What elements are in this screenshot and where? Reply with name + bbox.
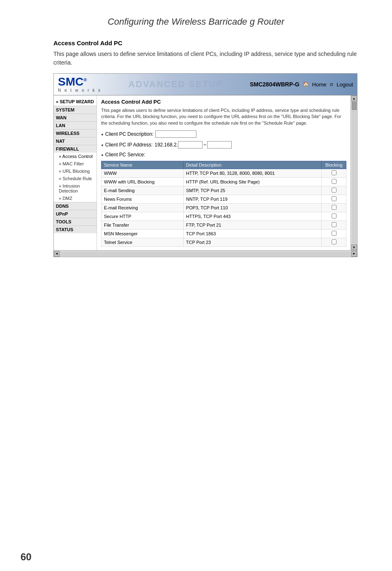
- sidebar-item-wan[interactable]: WAN: [54, 114, 97, 121]
- detail-description-cell: NNTP, TCP Port 119: [183, 195, 321, 204]
- service-name-cell: Secure HTTP: [101, 212, 184, 221]
- sidebar-item-intrusion-detection[interactable]: » Intrusion Detection: [54, 182, 97, 195]
- logout-icon: ⊙: [330, 82, 333, 87]
- section-title: Access Control Add PC: [53, 39, 371, 46]
- content-title: Access Control Add PC: [101, 99, 346, 105]
- ip-start-input[interactable]: [178, 141, 203, 149]
- router-header: SMC® N e t w o r k s ADVANCED SETUP SMC2…: [54, 74, 357, 95]
- table-row: MSN MessengerTCP Port 1863: [101, 230, 346, 238]
- client-pc-ip-label: Client PC IP Address:: [105, 142, 152, 148]
- advanced-setup-text: ADVANCED SETUP: [128, 79, 223, 90]
- page-number: 60: [21, 551, 32, 563]
- home-link[interactable]: Home: [312, 81, 327, 88]
- blocking-checkbox[interactable]: [332, 205, 337, 210]
- table-row: E-mail ReceivingPOP3, TCP Port 110: [101, 204, 346, 212]
- table-row: News ForumsNNTP, TCP Port 119: [101, 195, 346, 204]
- table-row: Telnet ServiceTCP Port 23: [101, 238, 346, 247]
- smc-networks-text: N e t w o r k s: [58, 88, 101, 93]
- service-name-cell: WWW: [101, 169, 184, 178]
- header-right: SMC2804WBRP-G 🏠 Home ⊙ Logout: [250, 81, 353, 88]
- router-body: » SETUP WIZARD SYSTEM WAN LAN WIRELESS N…: [54, 95, 357, 250]
- scroll-thumb[interactable]: [352, 102, 357, 110]
- detail-description-cell: TCP Port 1863: [183, 230, 321, 238]
- client-pc-ip-row: ● Client PC IP Address: 192.168.2. ~: [101, 141, 346, 149]
- blocking-checkbox[interactable]: [332, 239, 337, 244]
- sidebar-item-access-control[interactable]: » Access Control: [54, 153, 97, 160]
- sidebar-item-wireless[interactable]: WIRELESS: [54, 129, 97, 137]
- bullet-icon: ●: [101, 132, 104, 137]
- service-name-cell: Telnet Service: [101, 238, 184, 247]
- sidebar-item-lan[interactable]: LAN: [54, 121, 97, 129]
- sidebar-item-ddns[interactable]: DDNS: [54, 202, 97, 210]
- smc-logo-text: SMC®: [58, 76, 87, 88]
- smc-logo: SMC® N e t w o r k s: [58, 76, 101, 93]
- client-pc-description-label: Client PC Description:: [105, 131, 153, 137]
- scroll-right-button[interactable]: ►: [351, 251, 357, 257]
- sidebar-item-firewall[interactable]: FIREWALL: [54, 145, 97, 153]
- ip-prefix: 192.168.2.: [154, 142, 178, 148]
- table-row: WWW with URL BlockingHTTP (Ref. URL Bloc…: [101, 178, 346, 186]
- service-name-cell: News Forums: [101, 195, 184, 204]
- client-pc-description-row: ● Client PC Description:: [101, 130, 346, 138]
- sidebar-item-tools[interactable]: TOOLS: [54, 218, 97, 225]
- sidebar-item-system[interactable]: SYSTEM: [54, 106, 97, 114]
- blocking-checkbox[interactable]: [332, 231, 337, 236]
- sidebar-item-upnp[interactable]: UPnP: [54, 210, 97, 218]
- blocking-checkbox[interactable]: [332, 222, 337, 227]
- logout-link[interactable]: Logout: [337, 81, 353, 88]
- model-nav: SMC2804WBRP-G 🏠 Home ⊙ Logout: [250, 81, 353, 88]
- content-area: Access Control Add PC This page allows u…: [97, 95, 350, 250]
- ip-separator: ~: [203, 142, 206, 148]
- blocking-checkbox[interactable]: [332, 170, 337, 175]
- col-detail-description: Detail Description: [183, 161, 321, 169]
- table-row: E-mail SendingSMTP, TCP Port 25: [101, 186, 346, 195]
- service-name-cell: E-mail Receiving: [101, 204, 184, 212]
- sidebar-item-schedule-rule[interactable]: » Schedule Rule: [54, 175, 97, 182]
- blocking-cell: [322, 212, 346, 221]
- sidebar-item-status[interactable]: STATUS: [54, 225, 97, 233]
- detail-description-cell: HTTP (Ref. URL Blocking Site Page): [183, 178, 321, 186]
- blocking-cell: [322, 204, 346, 212]
- blocking-cell: [322, 186, 346, 195]
- table-row: File TransferFTP, TCP Port 21: [101, 221, 346, 230]
- router-ui: SMC® N e t w o r k s ADVANCED SETUP SMC2…: [53, 73, 357, 257]
- scroll-left-button[interactable]: ◄: [54, 251, 60, 257]
- sidebar-item-nat[interactable]: NAT: [54, 137, 97, 145]
- blocking-cell: [322, 238, 346, 247]
- blocking-checkbox[interactable]: [332, 196, 337, 201]
- blocking-checkbox[interactable]: [332, 188, 337, 193]
- page-title: Configuring the Wireless Barricade g Rou…: [21, 16, 371, 27]
- blocking-cell: [322, 169, 346, 178]
- table-row: WWWHTTP, TCP Port 80, 3128, 8000, 8080, …: [101, 169, 346, 178]
- scroll-up-button[interactable]: ▲: [351, 95, 357, 101]
- col-blocking: Blocking: [322, 161, 346, 169]
- sidebar-item-dmz[interactable]: » DMZ: [54, 195, 97, 202]
- ip-end-input[interactable]: [207, 141, 232, 149]
- service-table: Service Name Detail Description Blocking…: [101, 161, 346, 247]
- content-description: This page allows users to define service…: [101, 107, 346, 126]
- intro-text: This page allows users to define service…: [53, 50, 362, 67]
- bullet-ip-icon: ●: [101, 143, 104, 147]
- detail-description-cell: HTTPS, TCP Port 443: [183, 212, 321, 221]
- service-name-cell: E-mail Sending: [101, 186, 184, 195]
- detail-description-cell: SMTP, TCP Port 25: [183, 186, 321, 195]
- service-name-cell: File Transfer: [101, 221, 184, 230]
- sidebar-item-url-blocking[interactable]: » URL Blocking: [54, 167, 97, 175]
- client-pc-service-row: ● Client PC Service:: [101, 152, 346, 158]
- blocking-checkbox[interactable]: [332, 179, 337, 184]
- model-name: SMC2804WBRP-G: [250, 81, 300, 88]
- bullet-service-icon: ●: [101, 153, 104, 157]
- col-service-name: Service Name: [101, 161, 184, 169]
- detail-description-cell: TCP Port 23: [183, 238, 321, 247]
- home-icon: 🏠: [303, 81, 309, 87]
- client-pc-description-input[interactable]: [155, 130, 196, 138]
- service-name-cell: WWW with URL Blocking: [101, 178, 184, 186]
- blocking-cell: [322, 230, 346, 238]
- scroll-down-button[interactable]: ▼: [351, 244, 357, 250]
- table-row: Secure HTTPHTTPS, TCP Port 443: [101, 212, 346, 221]
- sidebar-item-mac-filter[interactable]: » MAC Filter: [54, 160, 97, 167]
- blocking-checkbox[interactable]: [332, 214, 337, 218]
- blocking-cell: [322, 221, 346, 230]
- detail-description-cell: HTTP, TCP Port 80, 3128, 8000, 8080, 800…: [183, 169, 321, 178]
- sidebar-item-wizard[interactable]: » SETUP WIZARD: [54, 97, 97, 106]
